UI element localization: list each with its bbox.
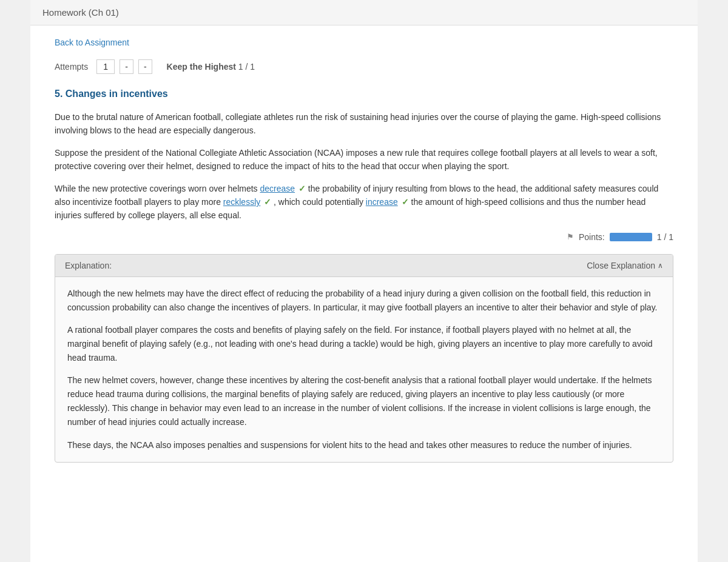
explanation-para3: The new helmet covers, however, change t… <box>67 373 661 429</box>
attempts-label: Attempts <box>55 62 88 72</box>
explanation-para2: A rational football player compares the … <box>67 323 661 365</box>
points-row: ⚑ Points: 1 / 1 <box>55 232 673 242</box>
para3-mid2: , which could potentially <box>271 197 366 207</box>
answer-increase: increase <box>366 197 398 207</box>
page-wrapper: Homework (Ch 01) Back to Assignment Atte… <box>30 0 698 562</box>
close-explanation-label: Close Explanation <box>587 261 655 270</box>
explanation-header: Explanation: Close Explanation ∧ <box>55 255 673 277</box>
question-title: 5. Changes in incentives <box>55 89 673 99</box>
para3-pre1: While the new protective coverings worn … <box>55 184 260 193</box>
checkmark-2: ✓ <box>261 197 271 207</box>
attempts-current: 1 <box>96 59 115 74</box>
explanation-para1: Although the new helmets may have the di… <box>67 287 661 315</box>
explanation-header-label: Explanation: <box>65 261 112 270</box>
question-paragraph2: Suppose the president of the National Co… <box>55 146 673 173</box>
chevron-up-icon: ∧ <box>658 261 663 270</box>
header-title: Homework (Ch 01) <box>42 7 119 18</box>
points-score: 1 / 1 <box>657 232 673 242</box>
answer-decrease: decrease <box>260 184 295 193</box>
question-title-text: Changes in incentives <box>66 89 168 99</box>
question-paragraph1: Due to the brutal nature of American foo… <box>55 110 673 138</box>
keep-highest-value: 1 / 1 <box>238 62 255 72</box>
keep-highest: Keep the Highest 1 / 1 <box>167 62 255 72</box>
answer-recklessly: recklessly <box>223 197 260 207</box>
explanation-content: Although the new helmets may have the di… <box>55 277 673 462</box>
header-bar: Homework (Ch 01) <box>30 0 698 25</box>
back-to-assignment-link[interactable]: Back to Assignment <box>55 38 129 47</box>
attempts-row: Attempts 1 - - Keep the Highest 1 / 1 <box>55 59 673 74</box>
question-number: 5. <box>55 89 62 99</box>
attempts-dash2: - <box>138 59 152 74</box>
question-paragraph3: While the new protective coverings worn … <box>55 182 673 222</box>
explanation-box: Explanation: Close Explanation ∧ Althoug… <box>55 254 673 463</box>
points-bar <box>610 233 652 241</box>
close-explanation-button[interactable]: Close Explanation ∧ <box>587 261 663 270</box>
checkmark-3: ✓ <box>399 197 409 207</box>
checkmark-1: ✓ <box>296 184 306 193</box>
flag-icon: ⚑ <box>567 232 574 241</box>
points-label: Points: <box>579 232 605 242</box>
keep-highest-label: Keep the Highest <box>167 62 236 72</box>
explanation-para4: These days, the NCAA also imposes penalt… <box>67 438 661 452</box>
question-body: Due to the brutal nature of American foo… <box>55 110 673 222</box>
attempts-dash1: - <box>120 59 133 74</box>
content-area: Back to Assignment Attempts 1 - - Keep t… <box>30 25 698 487</box>
